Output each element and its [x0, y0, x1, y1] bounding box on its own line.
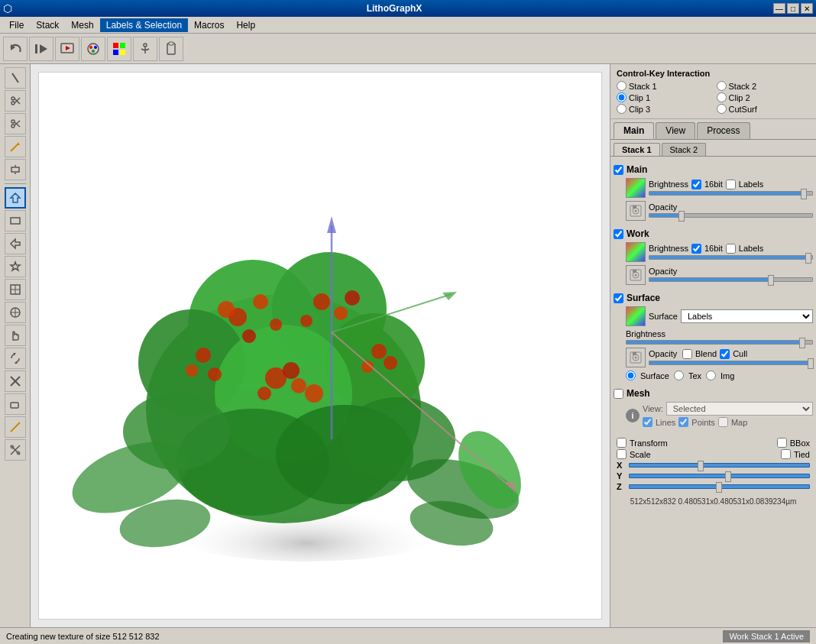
- scale-checkbox[interactable]: [617, 449, 627, 459]
- svg-point-70: [305, 384, 323, 403]
- points-checkbox[interactable]: [678, 417, 688, 427]
- surface-disk-icon[interactable]: [626, 348, 646, 367]
- work-color-swatch[interactable]: [626, 242, 646, 262]
- palette-button[interactable]: [81, 37, 105, 61]
- clip1-label: Clip 1: [629, 93, 650, 102]
- clip1-radio[interactable]: [617, 92, 627, 102]
- stack-tab-2[interactable]: Stack 2: [662, 143, 707, 156]
- stack1-radio[interactable]: [617, 81, 627, 91]
- tied-label: Tied: [794, 450, 810, 459]
- z-axis-label: Z: [617, 482, 626, 491]
- cutsurf-radio[interactable]: [717, 104, 727, 114]
- pointer-tool[interactable]: [5, 67, 26, 89]
- blend-checkbox[interactable]: [682, 349, 692, 359]
- surface-brightness-label: Brightness: [626, 329, 672, 338]
- bbox-label: BBox: [790, 439, 810, 448]
- canvas-area[interactable]: 200 µm: [31, 64, 610, 627]
- tex-render-radio[interactable]: [674, 371, 684, 380]
- svg-point-7: [94, 46, 97, 49]
- viewport[interactable]: 200 µm: [38, 72, 602, 620]
- lines-checkbox[interactable]: [643, 417, 652, 427]
- blend-label: Blend: [695, 349, 717, 358]
- scissors-tool-3[interactable]: [5, 439, 26, 461]
- labels-checkbox-work[interactable]: [726, 244, 736, 254]
- play-button[interactable]: [29, 37, 53, 61]
- surface-type-select[interactable]: Labels Main Work: [681, 309, 813, 323]
- surface-render-label: Surface: [640, 371, 669, 380]
- menu-stack[interactable]: Stack: [30, 18, 65, 32]
- img-render-radio[interactable]: [706, 371, 716, 380]
- undo-button[interactable]: [3, 37, 28, 61]
- work-disk-icon[interactable]: [626, 265, 646, 285]
- stack-tab-bar: Stack 1 Stack 2: [610, 140, 816, 157]
- clip3-radio[interactable]: [617, 104, 627, 114]
- surface-color-swatch[interactable]: [626, 306, 646, 326]
- line-tool[interactable]: [5, 416, 26, 438]
- transform-checkbox[interactable]: [617, 438, 627, 448]
- svg-marker-4: [66, 46, 70, 50]
- scale-label: Scale: [630, 450, 651, 459]
- anchor-button[interactable]: [133, 37, 157, 61]
- eraser-tool[interactable]: [5, 393, 26, 415]
- menu-help[interactable]: Help: [230, 18, 261, 32]
- scissors-tool-1[interactable]: [5, 90, 26, 112]
- labels-checkbox-main[interactable]: [726, 180, 736, 189]
- maximize-button[interactable]: □: [787, 3, 799, 14]
- svg-marker-32: [11, 239, 20, 248]
- rotate-tool[interactable]: [5, 348, 26, 369]
- menu-mesh[interactable]: Mesh: [65, 18, 99, 32]
- menu-macros[interactable]: Macros: [188, 18, 230, 32]
- cut-tool[interactable]: [5, 371, 26, 392]
- surface-section-checkbox[interactable]: [614, 293, 623, 303]
- mesh-view-label: View:: [643, 404, 663, 413]
- star-tool[interactable]: [5, 256, 26, 277]
- surface-render-radio[interactable]: [626, 371, 636, 380]
- tied-checkbox[interactable]: [781, 449, 791, 459]
- surface-section: Surface Surface Labels Main Work: [614, 291, 813, 383]
- colors-button[interactable]: [107, 37, 131, 61]
- scissors-tool-2[interactable]: [5, 113, 26, 134]
- menu-file[interactable]: File: [3, 18, 30, 32]
- arrow-tool[interactable]: [5, 233, 26, 254]
- selection-tool-active[interactable]: [5, 187, 26, 209]
- main-color-swatch[interactable]: [626, 178, 646, 198]
- bit16-checkbox-work[interactable]: [691, 244, 701, 254]
- clipboard-button[interactable]: [159, 37, 183, 61]
- work-section-checkbox[interactable]: [614, 229, 623, 239]
- tab-view[interactable]: View: [656, 122, 695, 139]
- main-section-checkbox[interactable]: [614, 165, 623, 175]
- menu-labels[interactable]: Labels & Selection: [100, 18, 188, 32]
- main-section: Main Brightness 16bit Labels: [614, 163, 813, 224]
- mesh-section-checkbox[interactable]: [614, 389, 623, 399]
- bit16-label-work: 16bit: [704, 244, 723, 253]
- bbox-checkbox[interactable]: [777, 438, 787, 448]
- resize-tool[interactable]: [5, 159, 26, 180]
- close-button[interactable]: ✕: [801, 3, 813, 14]
- map-label: Map: [731, 418, 747, 427]
- svg-point-67: [291, 378, 306, 393]
- svg-point-22: [11, 120, 15, 123]
- svg-rect-43: [11, 403, 18, 408]
- tex-render-label: Tex: [688, 371, 701, 380]
- record-button[interactable]: [55, 37, 79, 61]
- panel-content: Main Brightness 16bit Labels: [610, 160, 816, 627]
- wand-tool[interactable]: [5, 136, 26, 157]
- tab-process[interactable]: Process: [697, 122, 750, 139]
- map-checkbox[interactable]: [718, 417, 728, 427]
- main-disk-icon[interactable]: [626, 201, 646, 221]
- grid-tool[interactable]: [5, 279, 26, 300]
- app-icon: ⬡: [3, 2, 12, 15]
- mesh-section-label: Mesh: [627, 388, 650, 399]
- tab-main[interactable]: Main: [614, 122, 654, 139]
- stack2-radio[interactable]: [717, 81, 727, 91]
- mesh-view-select[interactable]: Selected: [666, 402, 813, 416]
- minimize-button[interactable]: —: [773, 3, 785, 14]
- cull-checkbox[interactable]: [720, 349, 730, 359]
- stack-tab-1[interactable]: Stack 1: [614, 143, 660, 156]
- clip2-radio[interactable]: [717, 92, 727, 102]
- rect-select-tool[interactable]: [5, 210, 26, 231]
- hand-tool[interactable]: [5, 325, 26, 346]
- brightness-label-work: Brightness: [649, 244, 688, 253]
- bit16-checkbox-main[interactable]: [691, 180, 701, 189]
- cross-tool[interactable]: [5, 302, 26, 323]
